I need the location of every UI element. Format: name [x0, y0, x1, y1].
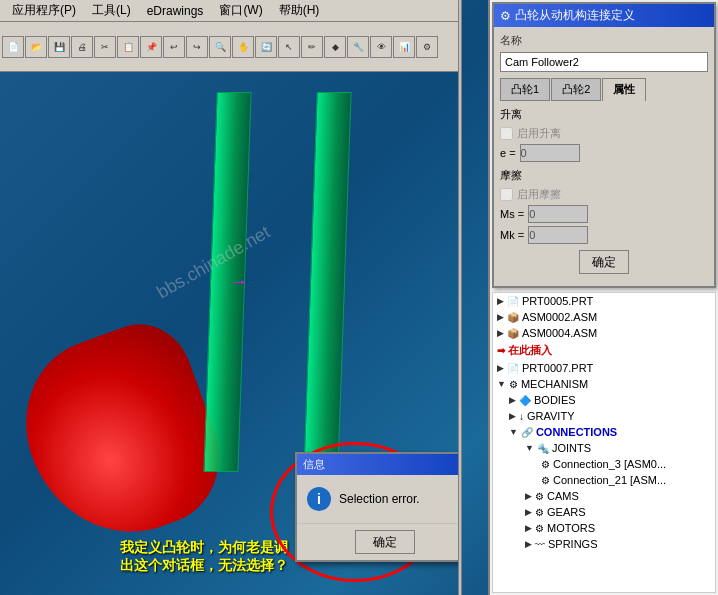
cam-tab-properties[interactable]: 属性 — [602, 78, 646, 101]
tb-settings[interactable]: ⚙ — [416, 36, 438, 58]
tree-item-prt0007[interactable]: ▶ 📄 PRT0007.PRT — [493, 360, 715, 376]
bodies-icon: 🔷 — [519, 395, 531, 406]
tree-label: JOINTS — [552, 442, 591, 454]
enable-friction-label: 启用摩擦 — [517, 187, 561, 202]
info-dialog-titlebar: 信息 — [297, 454, 460, 475]
tree-item-cams[interactable]: ▶ ⚙ CAMS — [493, 488, 715, 504]
tree-item-bodies[interactable]: ▶ 🔷 BODIES — [493, 392, 715, 408]
tree-arrow: ▶ — [509, 395, 516, 405]
tree-label: GRAVITY — [527, 410, 574, 422]
enable-rise-label: 启用升离 — [517, 126, 561, 141]
tb-save[interactable]: 💾 — [48, 36, 70, 58]
tb-open[interactable]: 📂 — [25, 36, 47, 58]
tb-select[interactable]: ↖ — [278, 36, 300, 58]
tree-arrow: ▶ — [497, 363, 504, 373]
arrow-indicator: ← — [230, 272, 248, 293]
menu-window[interactable]: 窗口(W) — [211, 0, 270, 21]
tree-label: ASM0002.ASM — [522, 311, 597, 323]
tree-item-asm0002[interactable]: ▶ 📦 ASM0002.ASM — [493, 309, 715, 325]
ms-field-row: Ms = — [500, 205, 708, 223]
gravity-icon: ↓ — [519, 411, 524, 422]
springs-icon: 〰 — [535, 539, 545, 550]
tree-label: Connection_21 [ASM... — [553, 474, 666, 486]
menu-edrawings[interactable]: eDrawings — [139, 2, 212, 20]
tb-print[interactable]: 🖨 — [71, 36, 93, 58]
cam-dialog-title: 凸轮从动机构连接定义 — [515, 7, 635, 24]
mk-label: Mk = — [500, 229, 524, 241]
tb-new[interactable]: 📄 — [2, 36, 24, 58]
gears-icon: ⚙ — [535, 507, 544, 518]
enable-friction-row: 启用摩擦 — [500, 187, 708, 202]
tree-arrow: ▶ — [525, 523, 532, 533]
enable-rise-checkbox[interactable] — [500, 127, 513, 140]
tb-pan[interactable]: ✋ — [232, 36, 254, 58]
tb-rotate[interactable]: 🔄 — [255, 36, 277, 58]
tb-cut[interactable]: ✂ — [94, 36, 116, 58]
conn-icon: ⚙ — [541, 475, 550, 486]
menu-tools[interactable]: 工具(L) — [84, 0, 139, 21]
tb-assem[interactable]: 🔧 — [347, 36, 369, 58]
asm-icon: 📦 — [507, 328, 519, 339]
cam-ok-button[interactable]: 确定 — [579, 250, 629, 274]
feature-tree[interactable]: ▶ 📄 PRT0005.PRT ▶ 📦 ASM0002.ASM ▶ 📦 ASM0… — [492, 292, 716, 593]
chinese-annotation: 我定义凸轮时，为何老是调出这个对话框，无法选择？ — [120, 539, 288, 575]
tree-item-gears[interactable]: ▶ ⚙ GEARS — [493, 504, 715, 520]
tb-redo[interactable]: ↪ — [186, 36, 208, 58]
tree-label: 在此插入 — [508, 343, 552, 358]
tree-item-springs[interactable]: ▶ 〰 SPRINGS — [493, 536, 715, 552]
tree-arrow: ▼ — [525, 443, 534, 453]
cam-follower-dialog: ⚙ 凸轮从动机构连接定义 名称 凸轮1 凸轮2 属性 升离 启用升离 e = 摩… — [492, 2, 716, 288]
cam-tab-2[interactable]: 凸轮2 — [551, 78, 601, 101]
menu-app[interactable]: 应用程序(P) — [4, 0, 84, 21]
tb-view[interactable]: 👁 — [370, 36, 392, 58]
tree-arrow: ▶ — [525, 507, 532, 517]
tree-item-conn3[interactable]: ⚙ Connection_3 [ASM0... — [493, 456, 715, 472]
info-icon: i — [307, 487, 331, 511]
tree-item-prt0005[interactable]: ▶ 📄 PRT0005.PRT — [493, 293, 715, 309]
cam-tab-1[interactable]: 凸轮1 — [500, 78, 550, 101]
tb-copy[interactable]: 📋 — [117, 36, 139, 58]
tree-arrow: ▶ — [497, 328, 504, 338]
mechanism-icon: ⚙ — [509, 379, 518, 390]
tree-item-conn21[interactable]: ⚙ Connection_21 [ASM... — [493, 472, 715, 488]
tb-sketch[interactable]: ✏ — [301, 36, 323, 58]
tree-item-gravity[interactable]: ▶ ↓ GRAVITY — [493, 408, 715, 424]
tree-label: CAMS — [547, 490, 579, 502]
tree-item-asm0004[interactable]: ▶ 📦 ASM0004.ASM — [493, 325, 715, 341]
info-dialog-body: i Selection error. — [297, 475, 460, 523]
motors-icon: ⚙ — [535, 523, 544, 534]
tree-item-mechanism[interactable]: ▼ ⚙ MECHANISM — [493, 376, 715, 392]
tree-arrow: ▶ — [497, 296, 504, 306]
cam-object — [1, 310, 239, 560]
e-input[interactable] — [520, 144, 580, 162]
info-ok-button[interactable]: 确定 — [355, 530, 415, 554]
cam-name-input[interactable] — [500, 52, 708, 72]
mk-input[interactable] — [528, 226, 588, 244]
tree-item-motors[interactable]: ▶ ⚙ MOTORS — [493, 520, 715, 536]
enable-rise-row: 启用升离 — [500, 126, 708, 141]
enable-friction-checkbox[interactable] — [500, 188, 513, 201]
info-message: Selection error. — [339, 492, 420, 506]
info-title: 信息 — [303, 457, 325, 472]
file-icon: 📄 — [507, 296, 519, 307]
tb-feature[interactable]: ◆ — [324, 36, 346, 58]
tree-label: MOTORS — [547, 522, 595, 534]
tree-label: CONNECTIONS — [536, 426, 617, 438]
e-label: e = — [500, 147, 516, 159]
tree-item-joints[interactable]: ▼ 🔩 JOINTS — [493, 440, 715, 456]
splitter-vertical[interactable] — [458, 0, 462, 595]
cam-dialog-titlebar: ⚙ 凸轮从动机构连接定义 — [494, 4, 714, 27]
tb-analysis[interactable]: 📊 — [393, 36, 415, 58]
section-friction: 摩擦 — [500, 168, 708, 183]
tree-label: BODIES — [534, 394, 576, 406]
menubar: 应用程序(P) 工具(L) eDrawings 窗口(W) 帮助(H) — [0, 0, 460, 22]
ms-input[interactable] — [528, 205, 588, 223]
connections-icon: 🔗 — [521, 427, 533, 438]
tree-item-connections[interactable]: ▼ 🔗 CONNECTIONS — [493, 424, 715, 440]
tb-paste[interactable]: 📌 — [140, 36, 162, 58]
tb-undo[interactable]: ↩ — [163, 36, 185, 58]
tree-item-insert[interactable]: ➡ 在此插入 — [493, 341, 715, 360]
tree-arrow: ▼ — [509, 427, 518, 437]
menu-help[interactable]: 帮助(H) — [271, 0, 328, 21]
tb-zoom[interactable]: 🔍 — [209, 36, 231, 58]
